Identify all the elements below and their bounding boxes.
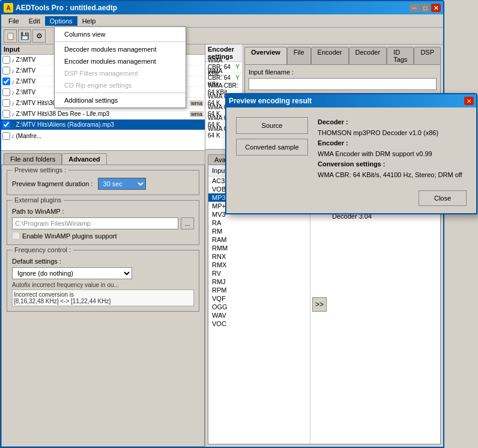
dialog-close-button[interactable]: Close [419,190,467,206]
audio-icon-3: ♪ [11,78,15,85]
dialog-close-icon[interactable]: ✕ [464,97,474,105]
ext-item-rnx[interactable]: RNX [208,252,310,261]
dialog-buttons: Source Converted sample [236,117,308,181]
winamp-path-row: ... [12,217,194,229]
frequency-legend: Frequency control : [12,246,73,253]
maximize-button[interactable]: □ [420,4,430,12]
options-dropdown: Columns view Decoder modules management … [54,26,186,108]
encoder-badge-1: Y [235,64,240,70]
tab-dsp[interactable]: DSP [414,47,441,64]
input-filename-field[interactable] [249,78,437,90]
app-icon: A [4,3,13,13]
preview-duration-row: Preview fragment duration : 10 sec 20 se… [12,178,194,190]
input-checkbox-7[interactable] [2,121,10,129]
ext-item-rm[interactable]: RM [208,227,310,235]
tab-decoder[interactable]: Decoder [349,47,387,64]
ext-item-ram[interactable]: RAM [208,235,310,244]
dialog-info: Decoder : THOMSON mp3PRO Decoder v1.0 (x… [318,117,467,181]
menu-help[interactable]: Help [77,16,101,26]
enable-winamp-row: Enable WinAMP plugins support [12,232,194,240]
enable-winamp-checkbox[interactable] [12,232,20,240]
frequency-select[interactable]: Ignore (do nothing) [12,267,132,279]
toolbar-btn-1[interactable]: 📋 [4,29,17,43]
incorrect-label: Incorrect conversion is [14,291,74,298]
badge-5: wma [190,100,204,106]
default-settings-label: Default settings : [12,258,194,265]
audio-icon-1: ♪ [11,56,15,64]
winamp-path-input[interactable] [12,217,178,229]
input-checkbox-8[interactable] [2,132,10,140]
input-checkbox-1[interactable] [2,56,10,64]
dropdown-additional-settings[interactable]: Additional settings [55,94,186,106]
freq-note-2: Incorrect conversion is [8,16,32,48 KHz]… [12,289,194,306]
assign-decoder-button[interactable]: >> [312,297,327,312]
input-checkbox-4[interactable] [2,88,10,96]
ext-item-wav[interactable]: WAV [208,311,310,319]
encoder-label: Encoder : [318,139,348,147]
input-checkbox-6[interactable] [2,110,10,118]
input-checkbox-3[interactable] [2,77,10,85]
minimize-button[interactable]: ─ [410,4,419,12]
input-filename-label: Input filename : [249,68,294,76]
title-bar: A AEDTools Pro : untitled.aedtp ─ □ ✕ [1,1,443,14]
toolbar-btn-2[interactable]: 💾 [18,29,31,43]
frequency-control-group: Frequency control : Default settings : I… [7,250,199,312]
preview-dialog: Preview encoding result ✕ Source Convert… [225,93,477,214]
ext-list[interactable]: AC3 VOB MP3 MP+ MV3 RA RM RAM RMM RNX RM… [208,177,310,444]
source-button[interactable]: Source [236,117,308,134]
dropdown-separator-1 [55,41,186,42]
ext-item-rmm[interactable]: RMM [208,244,310,252]
menu-edit[interactable]: Edit [24,16,45,26]
preview-duration-label: Preview fragment duration : [12,180,93,187]
audio-icon-7: ♪ [11,121,15,129]
tab-id-tags[interactable]: ID Tags [387,47,414,64]
tab-advanced[interactable]: Advanced [62,153,107,165]
input-checkbox-2[interactable] [2,67,10,74]
audio-icon-8: ♪ [11,132,15,139]
preview-duration-select[interactable]: 10 sec 20 sec 30 sec 60 sec [98,178,146,190]
left-tab-row: File and folders Advanced [4,153,202,165]
path-to-winamp-label: Path to WinAMP : [12,208,194,215]
conversion-label: Conversion settings : [318,160,385,168]
tab-file-folders[interactable]: File and folders [4,153,62,165]
ext-item-rmx[interactable]: RMX [208,261,310,269]
incorrect-value: [8,16,32,48 KHz] <-> [11,22,44 KHz] [14,298,110,304]
tab-encoder[interactable]: Encoder [311,47,349,64]
title-bar-buttons: ─ □ ✕ [410,4,441,12]
right-tab-row: Overview File Encoder Decoder ID Tags DS… [244,47,441,64]
external-plugins-group: External plugins Path to WinAMP : ... En… [7,200,199,245]
toolbar-btn-3[interactable]: ⚙ [32,29,46,43]
converted-sample-button[interactable]: Converted sample [236,139,308,156]
ext-item-rv[interactable]: RV [208,269,310,277]
enable-winamp-label: Enable WinAMP plugins support [22,232,117,240]
decoder-list[interactable]: THOMSON mp3PRO Decoder v1.0 (x86) [WinAM… [328,177,440,444]
dropdown-columns-view[interactable]: Columns view [55,28,186,40]
preview-settings-group: Preview settings : Preview fragment dura… [7,170,199,195]
ext-item-vqf[interactable]: VQF [208,294,310,303]
close-button[interactable]: ✕ [431,4,441,12]
tab-overview[interactable]: Overview [244,47,287,64]
title-bar-left: A AEDTools Pro : untitled.aedtp [4,3,117,13]
audio-icon-6: ♪ [11,110,15,118]
browse-button[interactable]: ... [181,217,194,229]
badge-6: wma [190,111,204,117]
dropdown-encoder-modules[interactable]: Encoder modules management [55,55,186,67]
ext-item-ra[interactable]: RA [208,219,310,227]
input-checkbox-5[interactable] [2,99,10,107]
ext-item-voc[interactable]: VOC [208,319,310,328]
decoder-label: Decoder : [318,118,348,126]
tab-file[interactable]: File [287,47,311,64]
main-window: A AEDTools Pro : untitled.aedtp ─ □ ✕ Fi… [0,0,444,448]
ext-item-rpm[interactable]: RPM [208,286,310,294]
audio-icon-5: ♪ [11,100,15,107]
dialog-title-bar: Preview encoding result ✕ [226,94,476,107]
preview-settings-legend: Preview settings : [12,166,68,174]
dropdown-decoder-modules[interactable]: Decoder modules management [55,43,186,55]
dialog-content: Source Converted sample Decoder : THOMSO… [226,107,476,190]
list-item[interactable]: ♪ Z:\MTV Hits\Aliens (Radiorama).mp3 [1,120,205,130]
ext-item-ogg[interactable]: OGG [208,303,310,311]
menu-options[interactable]: Options [45,16,77,26]
input-path-7: Z:\MTV Hits\Aliens (Radiorama).mp3 [16,121,204,128]
ext-item-rmj[interactable]: RMJ [208,277,310,286]
menu-file[interactable]: File [4,16,24,26]
